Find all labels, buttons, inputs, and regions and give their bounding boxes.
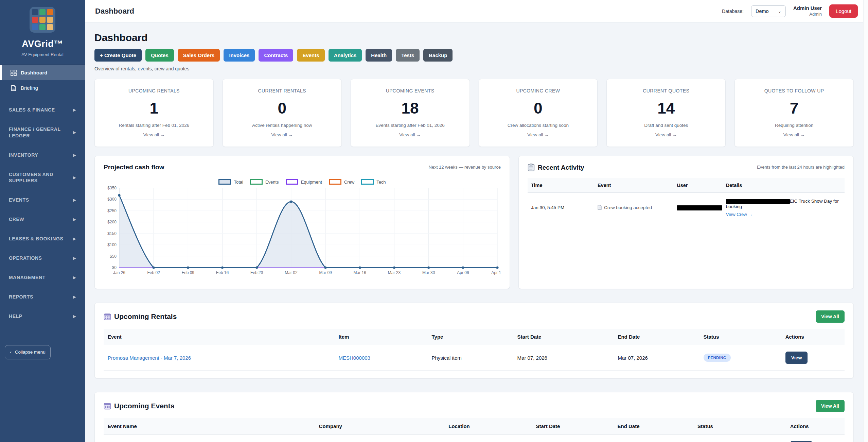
quick-action-button[interactable]: Sales Orders bbox=[178, 49, 220, 62]
cashflow-chart: Jan 26Feb 02Feb 09Feb 16Feb 23Mar 02Mar … bbox=[104, 185, 501, 276]
svg-text:Jan 26: Jan 26 bbox=[113, 270, 125, 275]
stat-card: UPCOMING RENTALS 1 Rentals starting afte… bbox=[94, 79, 214, 147]
rental-item-link[interactable]: MESH000003 bbox=[339, 355, 370, 361]
column-header: Time bbox=[528, 178, 594, 193]
sidebar-section-label: OPERATIONS bbox=[9, 255, 42, 261]
legend-swatch bbox=[361, 179, 374, 185]
event-start-date: Mar 07, 2026 bbox=[532, 435, 614, 442]
legend-swatch bbox=[250, 179, 263, 185]
chevron-right-icon: ▶ bbox=[73, 198, 76, 203]
database-label: Database: bbox=[722, 8, 744, 14]
calendar-icon bbox=[104, 402, 111, 410]
cashflow-note: Next 12 weeks — revenue by source bbox=[429, 164, 501, 170]
sidebar-section[interactable]: FINANCE / GENERAL LEDGER ▶ bbox=[0, 120, 85, 146]
sidebar-section-label: REPORTS bbox=[9, 294, 33, 300]
svg-text:Feb 02: Feb 02 bbox=[147, 270, 160, 275]
svg-text:$100: $100 bbox=[107, 242, 117, 247]
briefing-document-icon bbox=[11, 85, 17, 91]
view-all-link[interactable]: View all → bbox=[399, 132, 421, 137]
quick-action-button[interactable]: Backup bbox=[423, 49, 453, 62]
sidebar-section[interactable]: MANAGEMENT ▶ bbox=[0, 268, 85, 287]
chevron-right-icon: ▶ bbox=[73, 256, 76, 261]
legend-swatch bbox=[286, 179, 298, 185]
stat-card: QUOTES TO FOLLOW UP 7 Requiring attentio… bbox=[734, 79, 854, 147]
view-crew-link[interactable]: View Crew → bbox=[726, 212, 753, 217]
legend-item[interactable]: Events bbox=[250, 179, 279, 185]
database-select[interactable]: Demo ⌄ bbox=[751, 5, 786, 17]
quick-action-button[interactable]: Tests bbox=[396, 49, 420, 62]
view-all-link[interactable]: View all → bbox=[271, 132, 293, 137]
sidebar-section-label: CREW bbox=[9, 216, 24, 223]
chevron-right-icon: ▶ bbox=[73, 314, 76, 319]
sidebar-item-briefing[interactable]: Briefing bbox=[0, 80, 85, 96]
stat-value: 0 bbox=[228, 99, 337, 117]
calendar-icon bbox=[104, 313, 111, 320]
rental-event-link[interactable]: Promosa Management - Mar 7, 2026 bbox=[108, 355, 191, 361]
user-name: Admin User bbox=[793, 5, 822, 12]
svg-text:$150: $150 bbox=[107, 231, 117, 236]
quick-action-button[interactable]: Invoices bbox=[224, 49, 255, 62]
svg-text:$50: $50 bbox=[110, 254, 117, 259]
sidebar-section[interactable]: REPORTS ▶ bbox=[0, 287, 85, 307]
brand-title: AVGrid™ bbox=[22, 39, 63, 49]
stat-card: CURRENT QUOTES 14 Draft and sent quotes … bbox=[606, 79, 726, 147]
svg-text:$250: $250 bbox=[107, 208, 117, 213]
chevron-right-icon: ▶ bbox=[73, 217, 76, 222]
sidebar-section[interactable]: SALES & FINANCE ▶ bbox=[0, 100, 85, 120]
column-header: Company bbox=[315, 418, 445, 435]
sidebar-section-label: CUSTOMERS AND SUPPLIERS bbox=[9, 171, 67, 184]
rentals-view-all-button[interactable]: View All bbox=[816, 310, 845, 323]
sidebar-section[interactable]: EVENTS ▶ bbox=[0, 190, 85, 210]
legend-item[interactable]: Tech bbox=[361, 179, 386, 185]
chevron-down-icon: ⌄ bbox=[778, 9, 781, 14]
header-title: Dashboard bbox=[95, 7, 134, 16]
legend-item[interactable]: Equipment bbox=[286, 179, 322, 185]
view-all-link[interactable]: View all → bbox=[655, 132, 677, 137]
sidebar-section[interactable]: LEASES & BOOKINGS ▶ bbox=[0, 229, 85, 249]
svg-text:Mar 09: Mar 09 bbox=[319, 270, 332, 275]
view-all-link[interactable]: View all → bbox=[143, 132, 165, 137]
quick-action-button[interactable]: Contracts bbox=[259, 49, 293, 62]
sidebar-section[interactable]: HELP ▶ bbox=[0, 307, 85, 326]
sidebar-section[interactable]: CUSTOMERS AND SUPPLIERS ▶ bbox=[0, 165, 85, 191]
brand-subtitle: AV Equipment Rental bbox=[21, 52, 63, 57]
legend-swatch bbox=[218, 179, 231, 185]
avgrid-logo-icon bbox=[30, 7, 55, 33]
sidebar-section[interactable]: INVENTORY ▶ bbox=[0, 146, 85, 165]
stat-value: 14 bbox=[612, 99, 721, 117]
event-end-date: Mar 07, 2026 bbox=[614, 435, 694, 442]
collapse-menu-label: Collapse menu bbox=[15, 350, 46, 355]
svg-text:Mar 02: Mar 02 bbox=[285, 270, 298, 275]
events-view-all-button[interactable]: View All bbox=[816, 400, 845, 412]
logout-button[interactable]: Logout bbox=[829, 4, 858, 18]
column-header: Details bbox=[723, 178, 845, 193]
sidebar-section[interactable]: OPERATIONS ▶ bbox=[0, 249, 85, 268]
quick-action-button[interactable]: Analytics bbox=[329, 49, 362, 62]
activity-event: Crew booking accepted bbox=[604, 205, 652, 210]
column-header: Actions bbox=[781, 329, 845, 345]
collapse-menu-button[interactable]: ‹ Collapse menu bbox=[5, 345, 51, 359]
scrollbar-track[interactable] bbox=[863, 0, 868, 442]
stats-row: UPCOMING RENTALS 1 Rentals starting afte… bbox=[94, 79, 854, 147]
quick-action-button[interactable]: + Create Quote bbox=[94, 49, 142, 62]
view-all-link[interactable]: View all → bbox=[527, 132, 549, 137]
stat-description: Requiring attention bbox=[740, 123, 849, 128]
sidebar-item-dashboard[interactable]: Dashboard bbox=[0, 65, 85, 80]
column-header: Event Name bbox=[104, 418, 315, 435]
sidebar-section-label: HELP bbox=[9, 313, 22, 320]
rental-end-date: Mar 07, 2026 bbox=[614, 345, 699, 371]
stat-description: Events starting after Feb 01, 2026 bbox=[356, 123, 465, 128]
sidebar-section[interactable]: CREW ▶ bbox=[0, 210, 85, 229]
view-button[interactable]: View bbox=[785, 352, 808, 364]
quick-action-button[interactable]: Health bbox=[366, 49, 392, 62]
stat-description: Draft and sent quotes bbox=[612, 123, 721, 128]
view-all-link[interactable]: View all → bbox=[783, 132, 805, 137]
quick-action-button[interactable]: Events bbox=[297, 49, 324, 62]
chevron-right-icon: ▶ bbox=[73, 294, 76, 300]
legend-item[interactable]: Total bbox=[218, 179, 243, 185]
quick-action-button[interactable]: Quotes bbox=[145, 49, 174, 62]
column-header: End Date bbox=[614, 329, 699, 345]
legend-item[interactable]: Crew bbox=[329, 179, 354, 185]
table-row: Promosa Management - Mar 7, 2026 MESH000… bbox=[104, 345, 845, 371]
column-header: Item bbox=[335, 329, 428, 345]
